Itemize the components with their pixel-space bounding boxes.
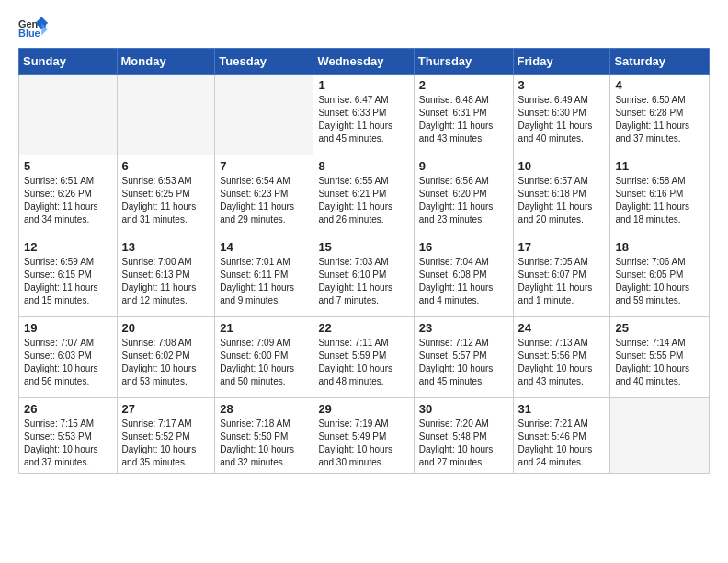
week-row-3: 12Sunrise: 6:59 AM Sunset: 6:15 PM Dayli…	[19, 236, 710, 317]
day-number-8: 8	[318, 159, 408, 173]
day-cell-21: 21Sunrise: 7:09 AM Sunset: 6:00 PM Dayli…	[215, 317, 313, 398]
day-cell-29: 29Sunrise: 7:19 AM Sunset: 5:49 PM Dayli…	[313, 398, 414, 474]
day-info-30: Sunrise: 7:20 AM Sunset: 5:48 PM Dayligh…	[419, 418, 508, 469]
page-container: General Blue SundayMondayTuesdayWednesda…	[0, 0, 728, 488]
week-row-5: 26Sunrise: 7:15 AM Sunset: 5:53 PM Dayli…	[19, 398, 710, 474]
week-row-2: 5Sunrise: 6:51 AM Sunset: 6:26 PM Daylig…	[19, 155, 710, 236]
day-info-24: Sunrise: 7:13 AM Sunset: 5:56 PM Dayligh…	[518, 337, 606, 388]
day-info-19: Sunrise: 7:07 AM Sunset: 6:03 PM Dayligh…	[24, 337, 112, 388]
day-cell-28: 28Sunrise: 7:18 AM Sunset: 5:50 PM Dayli…	[215, 398, 313, 474]
day-cell-30: 30Sunrise: 7:20 AM Sunset: 5:48 PM Dayli…	[414, 398, 513, 474]
day-info-11: Sunrise: 6:58 AM Sunset: 6:16 PM Dayligh…	[615, 175, 704, 226]
day-info-13: Sunrise: 7:00 AM Sunset: 6:13 PM Dayligh…	[122, 256, 210, 307]
day-info-14: Sunrise: 7:01 AM Sunset: 6:11 PM Dayligh…	[220, 256, 308, 307]
day-number-25: 25	[615, 321, 704, 335]
day-number-6: 6	[122, 159, 210, 173]
header: General Blue	[18, 15, 710, 40]
day-cell-empty	[117, 75, 215, 155]
day-number-11: 11	[615, 159, 704, 173]
day-number-24: 24	[518, 321, 606, 335]
day-info-5: Sunrise: 6:51 AM Sunset: 6:26 PM Dayligh…	[24, 175, 112, 226]
day-info-31: Sunrise: 7:21 AM Sunset: 5:46 PM Dayligh…	[518, 418, 606, 469]
day-info-26: Sunrise: 7:15 AM Sunset: 5:53 PM Dayligh…	[24, 418, 112, 469]
day-number-14: 14	[220, 240, 308, 254]
day-number-18: 18	[615, 240, 704, 254]
day-info-7: Sunrise: 6:54 AM Sunset: 6:23 PM Dayligh…	[220, 175, 308, 226]
day-info-9: Sunrise: 6:56 AM Sunset: 6:20 PM Dayligh…	[419, 175, 508, 226]
day-cell-22: 22Sunrise: 7:11 AM Sunset: 5:59 PM Dayli…	[313, 317, 414, 398]
day-number-16: 16	[419, 240, 508, 254]
day-number-26: 26	[24, 402, 112, 416]
day-info-1: Sunrise: 6:47 AM Sunset: 6:33 PM Dayligh…	[318, 94, 408, 145]
day-number-7: 7	[220, 159, 308, 173]
day-info-2: Sunrise: 6:48 AM Sunset: 6:31 PM Dayligh…	[419, 94, 508, 145]
day-cell-11: 11Sunrise: 6:58 AM Sunset: 6:16 PM Dayli…	[610, 155, 710, 236]
day-info-16: Sunrise: 7:04 AM Sunset: 6:08 PM Dayligh…	[419, 256, 508, 307]
day-number-13: 13	[122, 240, 210, 254]
day-cell-18: 18Sunrise: 7:06 AM Sunset: 6:05 PM Dayli…	[610, 236, 710, 317]
day-number-22: 22	[318, 321, 408, 335]
day-number-10: 10	[518, 159, 606, 173]
day-cell-31: 31Sunrise: 7:21 AM Sunset: 5:46 PM Dayli…	[513, 398, 610, 474]
day-cell-14: 14Sunrise: 7:01 AM Sunset: 6:11 PM Dayli…	[215, 236, 313, 317]
day-number-17: 17	[518, 240, 606, 254]
day-number-4: 4	[615, 78, 704, 92]
weekday-header-wednesday: Wednesday	[313, 49, 414, 75]
day-info-17: Sunrise: 7:05 AM Sunset: 6:07 PM Dayligh…	[518, 256, 606, 307]
day-cell-15: 15Sunrise: 7:03 AM Sunset: 6:10 PM Dayli…	[313, 236, 414, 317]
day-info-4: Sunrise: 6:50 AM Sunset: 6:28 PM Dayligh…	[615, 94, 704, 145]
day-cell-19: 19Sunrise: 7:07 AM Sunset: 6:03 PM Dayli…	[19, 317, 118, 398]
day-number-2: 2	[419, 78, 508, 92]
day-info-25: Sunrise: 7:14 AM Sunset: 5:55 PM Dayligh…	[615, 337, 704, 388]
weekday-header-monday: Monday	[117, 49, 215, 75]
day-cell-7: 7Sunrise: 6:54 AM Sunset: 6:23 PM Daylig…	[215, 155, 313, 236]
day-number-20: 20	[122, 321, 210, 335]
day-info-6: Sunrise: 6:53 AM Sunset: 6:25 PM Dayligh…	[122, 175, 210, 226]
day-number-5: 5	[24, 159, 112, 173]
day-cell-10: 10Sunrise: 6:57 AM Sunset: 6:18 PM Dayli…	[513, 155, 610, 236]
weekday-header-friday: Friday	[513, 49, 610, 75]
day-number-19: 19	[24, 321, 112, 335]
day-info-12: Sunrise: 6:59 AM Sunset: 6:15 PM Dayligh…	[24, 256, 112, 307]
day-cell-13: 13Sunrise: 7:00 AM Sunset: 6:13 PM Dayli…	[117, 236, 215, 317]
day-info-22: Sunrise: 7:11 AM Sunset: 5:59 PM Dayligh…	[318, 337, 408, 388]
day-info-15: Sunrise: 7:03 AM Sunset: 6:10 PM Dayligh…	[318, 256, 408, 307]
week-row-4: 19Sunrise: 7:07 AM Sunset: 6:03 PM Dayli…	[19, 317, 710, 398]
day-cell-1: 1Sunrise: 6:47 AM Sunset: 6:33 PM Daylig…	[313, 75, 414, 155]
day-number-1: 1	[318, 78, 408, 92]
day-number-15: 15	[318, 240, 408, 254]
logo-icon: General Blue	[18, 15, 48, 40]
svg-text:Blue: Blue	[18, 28, 40, 39]
day-info-18: Sunrise: 7:06 AM Sunset: 6:05 PM Dayligh…	[615, 256, 704, 307]
day-cell-23: 23Sunrise: 7:12 AM Sunset: 5:57 PM Dayli…	[414, 317, 513, 398]
day-cell-20: 20Sunrise: 7:08 AM Sunset: 6:02 PM Dayli…	[117, 317, 215, 398]
day-cell-16: 16Sunrise: 7:04 AM Sunset: 6:08 PM Dayli…	[414, 236, 513, 317]
weekday-header-row: SundayMondayTuesdayWednesdayThursdayFrid…	[19, 49, 710, 75]
day-info-27: Sunrise: 7:17 AM Sunset: 5:52 PM Dayligh…	[122, 418, 210, 469]
day-info-21: Sunrise: 7:09 AM Sunset: 6:00 PM Dayligh…	[220, 337, 308, 388]
day-cell-26: 26Sunrise: 7:15 AM Sunset: 5:53 PM Dayli…	[19, 398, 118, 474]
day-number-3: 3	[518, 78, 606, 92]
day-cell-empty	[215, 75, 313, 155]
day-cell-24: 24Sunrise: 7:13 AM Sunset: 5:56 PM Dayli…	[513, 317, 610, 398]
day-cell-8: 8Sunrise: 6:55 AM Sunset: 6:21 PM Daylig…	[313, 155, 414, 236]
day-info-8: Sunrise: 6:55 AM Sunset: 6:21 PM Dayligh…	[318, 175, 408, 226]
weekday-header-sunday: Sunday	[19, 49, 118, 75]
day-cell-12: 12Sunrise: 6:59 AM Sunset: 6:15 PM Dayli…	[19, 236, 118, 317]
day-cell-17: 17Sunrise: 7:05 AM Sunset: 6:07 PM Dayli…	[513, 236, 610, 317]
weekday-header-tuesday: Tuesday	[215, 49, 313, 75]
weekday-header-thursday: Thursday	[414, 49, 513, 75]
day-info-3: Sunrise: 6:49 AM Sunset: 6:30 PM Dayligh…	[518, 94, 606, 145]
day-cell-empty	[19, 75, 118, 155]
weekday-header-saturday: Saturday	[610, 49, 710, 75]
calendar-table: SundayMondayTuesdayWednesdayThursdayFrid…	[18, 48, 710, 474]
day-cell-4: 4Sunrise: 6:50 AM Sunset: 6:28 PM Daylig…	[610, 75, 710, 155]
day-number-31: 31	[518, 402, 606, 416]
day-number-29: 29	[318, 402, 408, 416]
day-cell-6: 6Sunrise: 6:53 AM Sunset: 6:25 PM Daylig…	[117, 155, 215, 236]
day-info-23: Sunrise: 7:12 AM Sunset: 5:57 PM Dayligh…	[419, 337, 508, 388]
logo: General Blue	[18, 15, 48, 40]
day-cell-5: 5Sunrise: 6:51 AM Sunset: 6:26 PM Daylig…	[19, 155, 118, 236]
day-cell-27: 27Sunrise: 7:17 AM Sunset: 5:52 PM Dayli…	[117, 398, 215, 474]
day-cell-2: 2Sunrise: 6:48 AM Sunset: 6:31 PM Daylig…	[414, 75, 513, 155]
